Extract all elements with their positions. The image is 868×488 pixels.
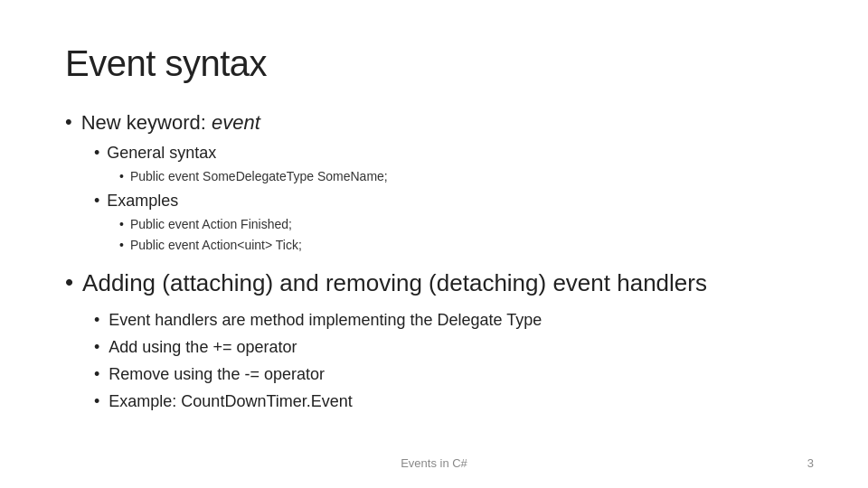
bottom-item-4: • Example: CountDownTimer.Event <box>94 389 803 413</box>
bullet-2-dot: • <box>65 267 73 298</box>
content-area: • New keyword: event • General syntax • … <box>65 109 803 414</box>
bullet-2-text: Adding (attaching) and removing (detachi… <box>82 267 707 299</box>
bottom-item-4-text: Example: CountDownTimer.Event <box>108 389 352 413</box>
general-syntax-items: • Public event SomeDelegateType SomeName… <box>119 167 803 186</box>
sub-section-2: • Examples • Public event Action Finishe… <box>94 190 803 255</box>
general-syntax-item-1-text: Public event SomeDelegateType SomeName; <box>130 167 388 186</box>
bottom-item-1-dot: • <box>94 308 99 332</box>
example-item-2: • Public event Action<uint> Tick; <box>119 236 803 255</box>
bullet-examples-dot: • <box>94 190 99 212</box>
bullet-general-syntax: • General syntax <box>94 142 803 164</box>
bottom-item-4-dot: • <box>94 389 99 413</box>
example-item-1: • Public event Action Finished; <box>119 215 803 234</box>
footer-page-number: 3 <box>807 456 814 470</box>
example-item-2-text: Public event Action<uint> Tick; <box>130 236 302 255</box>
bottom-item-1: • Event handlers are method implementing… <box>94 308 803 332</box>
bullet-1-dot: • <box>65 109 72 136</box>
bottom-item-1-text: Event handlers are method implementing t… <box>108 308 542 332</box>
footer: Events in C# <box>0 456 868 470</box>
bullet-1: • New keyword: event <box>65 109 803 136</box>
bottom-item-2: • Add using the += operator <box>94 335 803 359</box>
examples-items: • Public event Action Finished; • Public… <box>119 215 803 255</box>
example-item-2-dot: • <box>119 236 124 255</box>
bottom-item-3-text: Remove using the -= operator <box>108 362 325 386</box>
bullet-general-syntax-label: General syntax <box>107 142 216 164</box>
bottom-items-section: • Event handlers are method implementing… <box>94 308 803 413</box>
bullet-examples: • Examples <box>94 190 803 212</box>
bottom-item-3-dot: • <box>94 362 99 386</box>
slide-title: Event syntax <box>65 43 803 84</box>
bullet-1-text-prefix: New keyword: <box>81 111 212 134</box>
example-item-1-dot: • <box>119 215 124 234</box>
general-syntax-item-1-dot: • <box>119 167 124 186</box>
bullet-examples-label: Examples <box>107 190 178 212</box>
bullet-1-text: New keyword: event <box>81 109 260 136</box>
sub-section-1: • General syntax • Public event SomeDele… <box>94 142 803 186</box>
bottom-item-2-dot: • <box>94 335 99 359</box>
bullet-general-syntax-dot: • <box>94 142 99 164</box>
bullet-2: • Adding (attaching) and removing (detac… <box>65 267 803 299</box>
slide: Event syntax • New keyword: event • Gene… <box>0 0 868 488</box>
general-syntax-item-1: • Public event SomeDelegateType SomeName… <box>119 167 803 186</box>
example-item-1-text: Public event Action Finished; <box>130 215 292 234</box>
bottom-item-3: • Remove using the -= operator <box>94 362 803 386</box>
bullet-1-text-italic: event <box>212 111 260 134</box>
footer-center-text: Events in C# <box>401 456 467 470</box>
bottom-item-2-text: Add using the += operator <box>108 335 297 359</box>
